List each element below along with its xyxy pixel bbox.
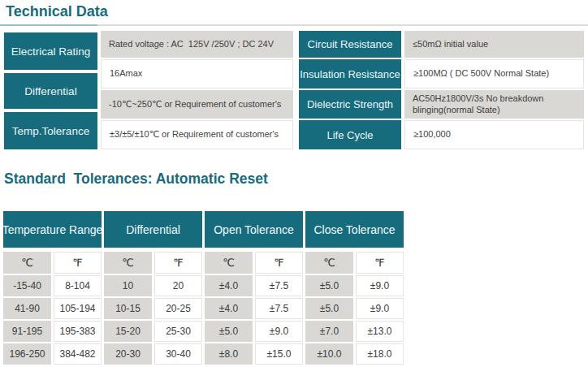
electrical-rating-label-cell: Electrical Rating <box>4 32 97 70</box>
unit-cell-celsius: ℃ <box>3 252 51 274</box>
tolerances-table: Temperature Range Differential Open Tole… <box>3 211 404 365</box>
heading-underline <box>0 24 588 26</box>
data-cell: ±9.0 <box>356 275 404 296</box>
data-cell: ±9.0 <box>255 321 303 342</box>
data-cell: ±7.5 <box>255 275 303 296</box>
insulation-resistance-label-cell: Insulation Resistance <box>299 59 401 89</box>
current-rating-value-cell: 16Amax <box>101 59 293 89</box>
data-cell: ±18.0 <box>356 343 404 365</box>
differential-header: Differential <box>104 211 202 248</box>
rated-voltage-value-cell: Rated voltage : AC 125V /250V ; DC 24V <box>101 31 293 58</box>
data-cell: ±10.0 <box>305 343 353 365</box>
differential-label-cell: Differential <box>4 73 97 109</box>
unit-cell-fahrenheit: ℉ <box>154 252 202 274</box>
life-cycle-value-cell: ≥100,000 <box>404 120 584 149</box>
data-cell: 8-104 <box>54 275 102 296</box>
data-cell: ±9.0 <box>356 298 404 319</box>
table-row: 196-250 384-482 20-30 30-40 ±8.0 ±15.0 ±… <box>3 343 404 365</box>
differential-value-cell: -10℃~250℃ or Requirement of customer's <box>101 90 293 119</box>
table-row: 41-90 105-194 10-15 20-25 ±4.0 ±7.5 ±5.0… <box>3 298 404 319</box>
unit-cell-celsius: ℃ <box>205 252 253 274</box>
table-row: 91-195 195-383 15-20 25-30 ±5.0 ±9.0 ±7.… <box>3 321 404 342</box>
unit-header-row: ℃ ℉ ℃ ℉ ℃ ℉ ℃ ℉ <box>3 252 404 274</box>
data-cell: 15-20 <box>104 321 152 342</box>
data-cell: ±5.0 <box>305 275 353 296</box>
data-cell: ±4.0 <box>205 298 253 319</box>
data-cell: 384-482 <box>54 343 102 365</box>
temperature-range-header: Temperature Range <box>3 211 102 248</box>
data-cell: ±15.0 <box>255 343 303 365</box>
life-cycle-label-cell: Life Cycle <box>299 120 401 149</box>
heading-underline-accent <box>0 24 97 26</box>
data-cell: ±8.0 <box>205 343 253 365</box>
unit-cell-fahrenheit: ℉ <box>54 252 102 274</box>
data-cell: ±7.0 <box>305 321 353 342</box>
unit-cell-fahrenheit: ℉ <box>255 252 303 274</box>
dielectric-strength-value-cell: AC50Hz1800V/3s No breakdown blinging(nor… <box>404 90 584 119</box>
data-cell: 30-40 <box>154 343 202 365</box>
data-cell: 10 <box>104 275 152 296</box>
data-cell: ±13.0 <box>356 321 404 342</box>
resistance-spec-table: Circuit Resistance Insulation Resistance… <box>299 31 584 151</box>
unit-cell-celsius: ℃ <box>305 252 353 274</box>
dielectric-strength-label-cell: Dielectric Strength <box>299 90 401 119</box>
insulation-resistance-value-cell: ≥100MΩ ( DC 500V Normal State) <box>404 59 584 89</box>
tolerances-header-row: Temperature Range Differential Open Tole… <box>3 211 404 248</box>
electrical-spec-table: Electrical Rating Differential Temp.Tole… <box>4 31 293 151</box>
data-cell: 20 <box>154 275 202 296</box>
open-tolerance-header: Open Tolerance <box>205 211 303 248</box>
temp-tolerance-label-cell: Temp.Tolerance <box>4 112 97 149</box>
temp-tolerance-value-cell: ±3/±5/±10℃ or Requirement of customer's <box>101 120 293 149</box>
technical-data-heading: Technical Data <box>6 3 108 20</box>
data-cell: 20-25 <box>154 298 202 319</box>
data-cell: 105-194 <box>54 298 102 319</box>
unit-cell-fahrenheit: ℉ <box>356 252 404 274</box>
circuit-resistance-label-cell: Circuit Resistance <box>299 31 401 58</box>
data-cell: 195-383 <box>54 321 102 342</box>
data-cell: ±7.5 <box>255 298 303 319</box>
data-cell: ±5.0 <box>305 298 353 319</box>
close-tolerance-header: Close Tolerance <box>305 211 404 248</box>
data-cell: 196-250 <box>3 343 51 365</box>
data-cell: 10-15 <box>104 298 152 319</box>
circuit-resistance-value-cell: ≤50mΩ initial value <box>404 31 584 58</box>
data-cell: 41-90 <box>3 298 51 319</box>
standard-tolerances-heading: Standard Tolerances: Automatic Reset <box>4 171 268 188</box>
data-cell: -15-40 <box>3 275 51 296</box>
data-cell: 91-195 <box>3 321 51 342</box>
data-cell: 20-30 <box>104 343 152 365</box>
data-cell: ±5.0 <box>205 321 253 342</box>
data-cell: ±4.0 <box>205 275 253 296</box>
datasheet-page: Technical Data Electrical Rating Differe… <box>0 0 588 367</box>
data-cell: 25-30 <box>154 321 202 342</box>
unit-cell-celsius: ℃ <box>104 252 152 274</box>
table-row: -15-40 8-104 10 20 ±4.0 ±7.5 ±5.0 ±9.0 <box>3 275 404 296</box>
